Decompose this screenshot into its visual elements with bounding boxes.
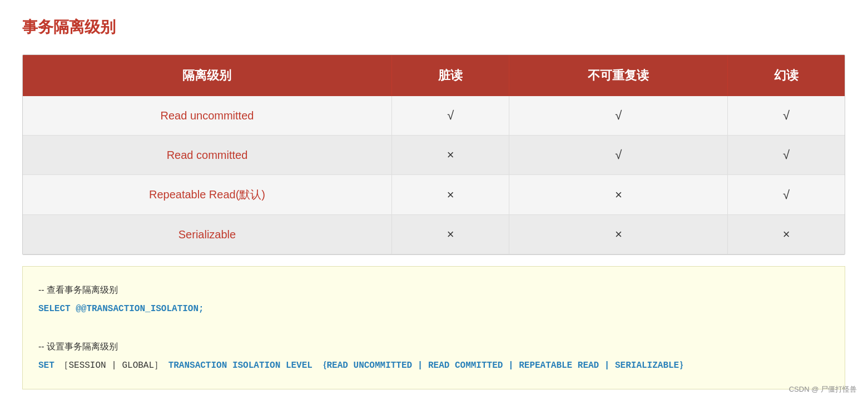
code-sql2-line: SET ［［SESSION | GLOBAL］SESSION | GLOBAL］…: [38, 357, 829, 374]
watermark: CSDN @ 尸僵打怪兽: [789, 384, 857, 394]
row1-nonrepeatable: √: [509, 96, 728, 136]
row4-nonrepeatable: ×: [509, 215, 728, 254]
col-header-level: 隔离级别: [23, 55, 391, 96]
col-header-phantom: 幻读: [728, 55, 845, 96]
table-body: Read uncommitted √ √ √ Read committed × …: [23, 96, 845, 254]
code-sql2-set: SET: [38, 361, 54, 371]
code-sql2-middle: TRANSACTION ISOLATION LEVEL: [168, 361, 313, 371]
row2-dirty: ×: [391, 136, 509, 175]
row2-level: Read committed: [23, 136, 391, 175]
code-spacer1: [38, 319, 829, 337]
header-row: 隔离级别 脏读 不可重复读 幻读: [23, 55, 845, 96]
row1-phantom: √: [728, 96, 845, 136]
table-row: Read uncommitted √ √ √: [23, 96, 845, 136]
row4-phantom: ×: [728, 215, 845, 254]
row3-level: Repeatable Read(默认): [23, 175, 391, 215]
code-sql2-options: ｛READ UNCOMMITTED | READ COMMITTED | REP…: [318, 361, 688, 371]
page-title: 事务隔离级别: [22, 17, 846, 38]
row4-level: Serializable: [23, 215, 391, 254]
row1-level: Read uncommitted: [23, 96, 391, 136]
col-header-dirty: 脏读: [391, 55, 509, 96]
row3-phantom: √: [728, 175, 845, 215]
code-block: -- 查看事务隔离级别 SELECT @@TRANSACTION_ISOLATI…: [22, 266, 845, 389]
table-row: Read committed × √ √: [23, 136, 845, 175]
row2-nonrepeatable: √: [509, 136, 728, 175]
code-comment1: -- 查看事务隔离级别: [38, 281, 829, 299]
row1-dirty: √: [391, 96, 509, 136]
isolation-table: 隔离级别 脏读 不可重复读 幻读 Read uncommitted √ √ √ …: [23, 55, 845, 254]
table-row: Repeatable Read(默认) × × √: [23, 175, 845, 215]
isolation-table-wrapper: 隔离级别 脏读 不可重复读 幻读 Read uncommitted √ √ √ …: [22, 54, 845, 255]
row3-dirty: ×: [391, 175, 509, 215]
row2-phantom: √: [728, 136, 845, 175]
code-comment2: -- 设置事务隔离级别: [38, 338, 829, 356]
row4-dirty: ×: [391, 215, 509, 254]
code-sql1: SELECT @@TRANSACTION_ISOLATION;: [38, 300, 829, 318]
col-header-nonrepeatable: 不可重复读: [509, 55, 728, 96]
code-sql2-bracket: ［［SESSION | GLOBAL］SESSION | GLOBAL］: [59, 361, 168, 371]
table-header: 隔离级别 脏读 不可重复读 幻读: [23, 55, 845, 96]
row3-nonrepeatable: ×: [509, 175, 728, 215]
table-row: Serializable × × ×: [23, 215, 845, 254]
